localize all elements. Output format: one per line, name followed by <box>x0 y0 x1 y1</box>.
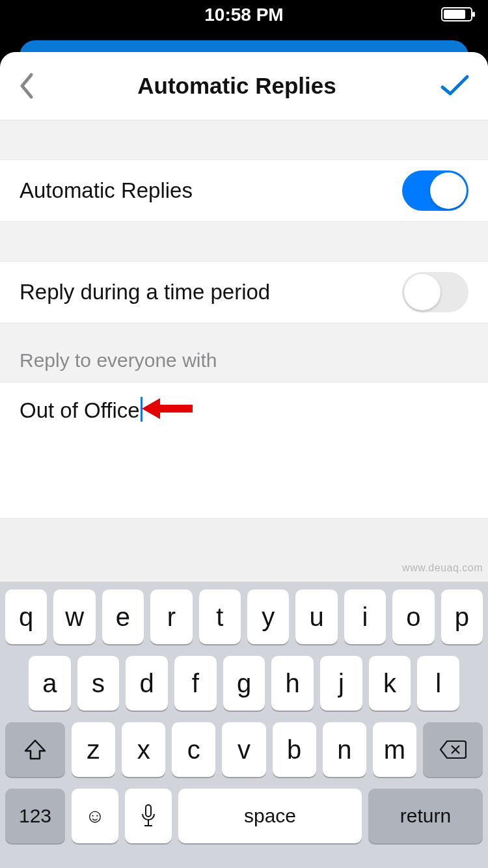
checkmark-icon <box>440 74 470 98</box>
shift-icon <box>24 739 46 760</box>
key-space[interactable]: space <box>178 789 362 843</box>
watermark: www.deuaq.com <box>402 562 483 574</box>
time-period-label: Reply during a time period <box>20 280 270 305</box>
chevron-left-icon <box>18 72 34 100</box>
time-period-toggle[interactable] <box>402 272 468 312</box>
key-r[interactable]: r <box>150 590 192 644</box>
keyboard-row-3: z x c v b n m <box>5 722 483 777</box>
key-l[interactable]: l <box>417 656 459 711</box>
status-time: 10:58 PM <box>204 5 283 25</box>
modal-sheet: Automatic Replies Automatic Replies Repl… <box>0 52 488 868</box>
reply-message-text: Out of Office <box>20 398 140 422</box>
key-t[interactable]: t <box>199 590 241 644</box>
back-button[interactable] <box>18 72 34 100</box>
key-k[interactable]: k <box>369 656 411 711</box>
key-m[interactable]: m <box>373 722 416 777</box>
key-123[interactable]: 123 <box>5 789 65 843</box>
page-title: Automatic Replies <box>34 73 440 99</box>
phone-frame: 10:58 PM Automatic Replies <box>0 0 488 868</box>
key-o[interactable]: o <box>392 590 434 644</box>
key-f[interactable]: f <box>174 656 217 711</box>
svg-marker-0 <box>142 398 193 419</box>
key-v[interactable]: v <box>222 722 265 777</box>
key-w[interactable]: w <box>53 590 95 644</box>
backspace-icon <box>439 740 467 759</box>
section-gap <box>0 120 488 159</box>
key-a[interactable]: a <box>29 656 71 711</box>
key-return[interactable]: return <box>368 789 483 843</box>
battery-icon <box>441 7 472 21</box>
key-g[interactable]: g <box>223 656 265 711</box>
toggle-knob <box>430 172 467 209</box>
key-q[interactable]: q <box>5 590 47 644</box>
key-e[interactable]: e <box>102 590 144 644</box>
key-s[interactable]: s <box>77 656 120 711</box>
key-n[interactable]: n <box>323 722 366 777</box>
key-emoji[interactable]: ☺ <box>72 789 118 843</box>
keyboard-row-4: 123 ☺ space return <box>5 789 483 843</box>
keyboard: q w e r t y u i o p a s d f g h <box>0 582 488 868</box>
time-period-row: Reply during a time period <box>0 261 488 323</box>
automatic-replies-row: Automatic Replies <box>0 159 488 222</box>
key-x[interactable]: x <box>122 722 165 777</box>
annotation-arrow <box>142 396 194 422</box>
automatic-replies-toggle[interactable] <box>402 170 468 211</box>
key-y[interactable]: y <box>247 590 289 644</box>
key-u[interactable]: u <box>295 590 337 644</box>
keyboard-row-1: q w e r t y u i o p <box>5 590 483 644</box>
key-h[interactable]: h <box>271 656 314 711</box>
keyboard-row-2: a s d f g h j k l <box>5 656 483 711</box>
emoji-icon: ☺ <box>85 805 105 827</box>
key-z[interactable]: z <box>72 722 115 777</box>
automatic-replies-label: Automatic Replies <box>20 178 193 203</box>
reply-message-field[interactable]: Out of Office <box>0 382 488 519</box>
microphone-icon <box>141 804 156 828</box>
key-b[interactable]: b <box>273 722 316 777</box>
arrow-left-icon <box>142 396 194 422</box>
key-shift[interactable] <box>5 722 65 777</box>
sheet-wrap: Automatic Replies Automatic Replies Repl… <box>0 40 488 868</box>
key-d[interactable]: d <box>126 656 168 711</box>
key-backspace[interactable] <box>423 722 483 777</box>
toggle-knob <box>404 274 441 310</box>
svg-rect-3 <box>146 805 151 817</box>
nav-bar: Automatic Replies <box>0 52 488 120</box>
key-c[interactable]: c <box>172 722 215 777</box>
key-dictation[interactable] <box>125 789 172 843</box>
key-j[interactable]: j <box>320 656 362 711</box>
section-gap <box>0 222 488 261</box>
reply-section-header: Reply to everyone with <box>0 323 488 382</box>
key-p[interactable]: p <box>441 590 483 644</box>
key-i[interactable]: i <box>344 590 386 644</box>
status-bar: 10:58 PM <box>0 0 488 29</box>
confirm-button[interactable] <box>440 74 470 98</box>
